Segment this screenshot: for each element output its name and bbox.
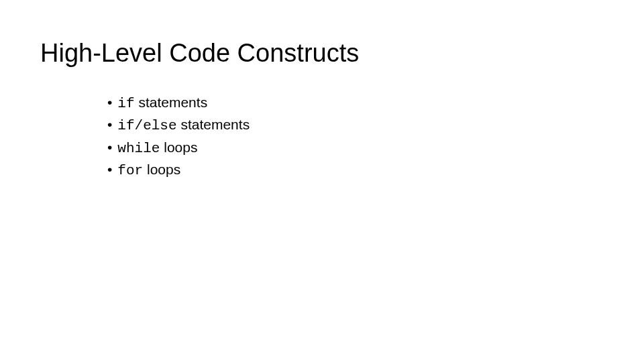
bullet-text: statements: [135, 95, 208, 110]
list-item: if/else statements: [107, 115, 250, 135]
slide-title: High-Level Code Constructs: [40, 39, 359, 68]
code-text: if: [117, 96, 134, 111]
bullet-text: loops: [160, 139, 197, 155]
code-text: if/else: [117, 118, 176, 133]
list-item: if statements: [107, 93, 250, 113]
bullet-text: statements: [177, 117, 250, 132]
code-text: for: [117, 163, 143, 178]
list-item: while loops: [107, 137, 250, 158]
bullet-text: loops: [143, 162, 180, 177]
bullet-list: if statements if/else statements while l…: [107, 93, 250, 182]
list-item: for loops: [107, 160, 250, 180]
code-text: while: [117, 141, 160, 156]
